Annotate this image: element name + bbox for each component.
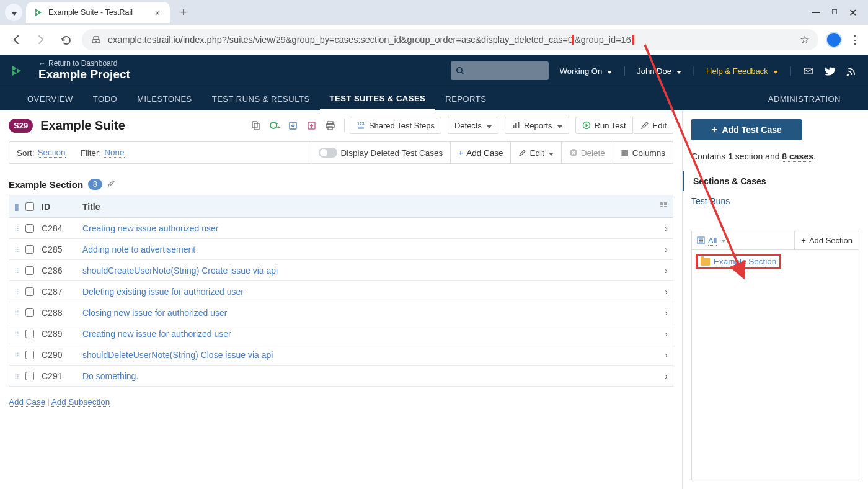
case-title-link[interactable]: shouldCreateUserNote(String) Create issu… bbox=[82, 266, 649, 276]
columns-button[interactable]: Columns bbox=[613, 142, 673, 163]
print-icon[interactable] bbox=[322, 117, 339, 134]
case-title-link[interactable]: Do something. bbox=[82, 371, 649, 381]
drag-handle-icon[interactable]: ⠿ bbox=[14, 267, 19, 275]
add-section-button[interactable]: +Add Section bbox=[794, 231, 859, 249]
row-checkbox[interactable] bbox=[25, 372, 34, 380]
browser-tab[interactable]: Example Suite - TestRail × bbox=[26, 2, 170, 23]
drag-handle-icon[interactable]: ⠿ bbox=[14, 310, 19, 317]
row-checkbox[interactable] bbox=[25, 224, 34, 233]
expand-row-icon[interactable]: › bbox=[649, 350, 668, 360]
row-checkbox[interactable] bbox=[25, 351, 34, 359]
nav-test-suites[interactable]: TEST SUITES & CASES bbox=[320, 87, 436, 110]
expand-row-icon[interactable]: › bbox=[649, 223, 668, 233]
row-checkbox[interactable] bbox=[25, 287, 34, 296]
bookmark-icon[interactable]: ☆ bbox=[800, 33, 810, 47]
expand-row-icon[interactable]: › bbox=[649, 287, 668, 297]
edit-dropdown[interactable]: Edit bbox=[510, 142, 560, 163]
back-button[interactable] bbox=[7, 31, 25, 48]
browser-menu-icon[interactable]: ⋮ bbox=[849, 33, 861, 47]
id-header[interactable]: ID bbox=[42, 202, 82, 212]
tab-test-runs[interactable]: Test Runs bbox=[683, 191, 868, 211]
return-to-dashboard-link[interactable]: ← Return to Dashboard bbox=[38, 60, 130, 68]
run-test-button[interactable]: Run Test bbox=[575, 117, 633, 134]
expand-row-icon[interactable]: › bbox=[649, 308, 668, 318]
filter-link[interactable]: None bbox=[104, 148, 124, 158]
case-title-link[interactable]: Creating new issue for authorized user bbox=[82, 329, 649, 339]
row-checkbox[interactable] bbox=[25, 245, 34, 254]
export-icon[interactable] bbox=[303, 117, 321, 134]
nav-administration[interactable]: ADMINISTRATION bbox=[758, 87, 851, 110]
case-title-link[interactable]: shouldDeleteUserNote(String) Close issue… bbox=[82, 350, 649, 360]
drag-handle-icon[interactable]: ⠿ bbox=[14, 246, 19, 254]
delete-button[interactable]: Delete bbox=[561, 142, 613, 163]
profile-avatar[interactable] bbox=[826, 32, 842, 48]
global-search[interactable] bbox=[451, 61, 549, 80]
expand-row-icon[interactable]: › bbox=[649, 371, 668, 381]
maximize-icon[interactable]: ◻ bbox=[831, 7, 838, 19]
tab-search-dropdown[interactable] bbox=[5, 4, 22, 21]
nav-milestones[interactable]: MILESTONES bbox=[127, 87, 202, 110]
edit-section-icon[interactable] bbox=[107, 179, 115, 190]
mail-icon[interactable] bbox=[803, 66, 813, 76]
row-checkbox[interactable] bbox=[25, 308, 34, 317]
nav-reports[interactable]: REPORTS bbox=[435, 87, 496, 110]
minimize-icon[interactable]: — bbox=[812, 7, 820, 19]
twitter-icon[interactable] bbox=[825, 66, 835, 76]
case-title-link[interactable]: Creating new issue authorized user bbox=[82, 223, 649, 233]
new-tab-button[interactable]: + bbox=[175, 4, 192, 21]
import-icon[interactable] bbox=[285, 117, 302, 134]
copy-icon[interactable] bbox=[247, 117, 265, 134]
table-row[interactable]: ⠿C288Closing new issue for authorized us… bbox=[9, 302, 673, 323]
expand-row-icon[interactable]: › bbox=[649, 244, 668, 254]
drag-handle-icon[interactable]: ⠿ bbox=[14, 331, 19, 338]
tree-section-example[interactable]: Example Section bbox=[696, 254, 781, 269]
tab-sections-cases[interactable]: Sections & Cases bbox=[683, 171, 868, 191]
reload-button[interactable] bbox=[57, 31, 74, 48]
select-all-checkbox[interactable] bbox=[25, 202, 34, 211]
case-title-link[interactable]: Deleting existing issue for authorized u… bbox=[82, 287, 649, 297]
app-logo-icon[interactable] bbox=[11, 65, 24, 77]
user-menu[interactable]: John Doe bbox=[637, 66, 681, 76]
table-row[interactable]: ⠿C289Creating new issue for authorized u… bbox=[9, 323, 673, 344]
add-test-case-button[interactable]: +Add Test Case bbox=[691, 119, 802, 140]
add-subsection-link[interactable]: Add Subsection bbox=[51, 397, 110, 407]
reports-dropdown[interactable]: Reports bbox=[505, 117, 569, 134]
edit-suite-button[interactable]: Edit bbox=[634, 117, 673, 134]
drag-handle-icon[interactable]: ⠿ bbox=[14, 289, 19, 296]
rerun-icon[interactable]: + bbox=[266, 117, 283, 134]
rss-icon[interactable] bbox=[846, 66, 857, 76]
deleted-toggle[interactable] bbox=[319, 148, 337, 158]
table-row[interactable]: ⠿C284Creating new issue authorized user› bbox=[9, 218, 673, 239]
all-sections-link[interactable]: All bbox=[708, 236, 717, 246]
drag-handle-icon[interactable]: ⠿ bbox=[14, 352, 19, 359]
defects-dropdown[interactable]: Defects bbox=[448, 117, 498, 134]
row-checkbox[interactable] bbox=[25, 266, 34, 275]
table-row[interactable]: ⠿C291Do something.› bbox=[9, 366, 673, 387]
row-checkbox[interactable] bbox=[25, 330, 34, 338]
expand-row-icon[interactable]: › bbox=[649, 266, 668, 276]
help-feedback-dropdown[interactable]: Help & Feedback bbox=[706, 66, 778, 76]
table-row[interactable]: ⠿C286shouldCreateUserNote(String) Create… bbox=[9, 260, 673, 281]
table-row[interactable]: ⠿C287Deleting existing issue for authori… bbox=[9, 281, 673, 302]
drag-handle-icon[interactable]: ⠿ bbox=[14, 225, 19, 233]
nav-overview[interactable]: OVERVIEW bbox=[17, 87, 83, 110]
table-row[interactable]: ⠿C285Adding note to advertisement› bbox=[9, 239, 673, 260]
title-header[interactable]: Title bbox=[82, 202, 649, 212]
expand-row-icon[interactable]: › bbox=[649, 329, 668, 339]
case-title-link[interactable]: Closing new issue for authorized user bbox=[82, 308, 649, 318]
address-bar[interactable]: example.testrail.io/index.php?/suites/vi… bbox=[82, 29, 818, 50]
add-case-link[interactable]: Add Case bbox=[9, 397, 45, 407]
close-window-icon[interactable]: ✕ bbox=[849, 7, 857, 19]
shared-test-steps-button[interactable]: 123Shared Test Steps bbox=[350, 117, 441, 134]
close-tab-icon[interactable]: × bbox=[153, 7, 162, 17]
nav-test-runs[interactable]: TEST RUNS & RESULTS bbox=[202, 87, 320, 110]
view-mode-icon[interactable] bbox=[649, 201, 668, 212]
site-info-icon[interactable] bbox=[91, 34, 102, 45]
drag-handle-icon[interactable]: ⠿ bbox=[14, 373, 19, 380]
working-on-dropdown[interactable]: Working On bbox=[560, 66, 612, 76]
add-case-button[interactable]: + Add Case bbox=[450, 142, 510, 163]
sort-link[interactable]: Section bbox=[38, 148, 66, 158]
forward-button[interactable] bbox=[32, 31, 50, 48]
case-title-link[interactable]: Adding note to advertisement bbox=[82, 244, 649, 254]
table-row[interactable]: ⠿C290shouldDeleteUserNote(String) Close … bbox=[9, 344, 673, 366]
